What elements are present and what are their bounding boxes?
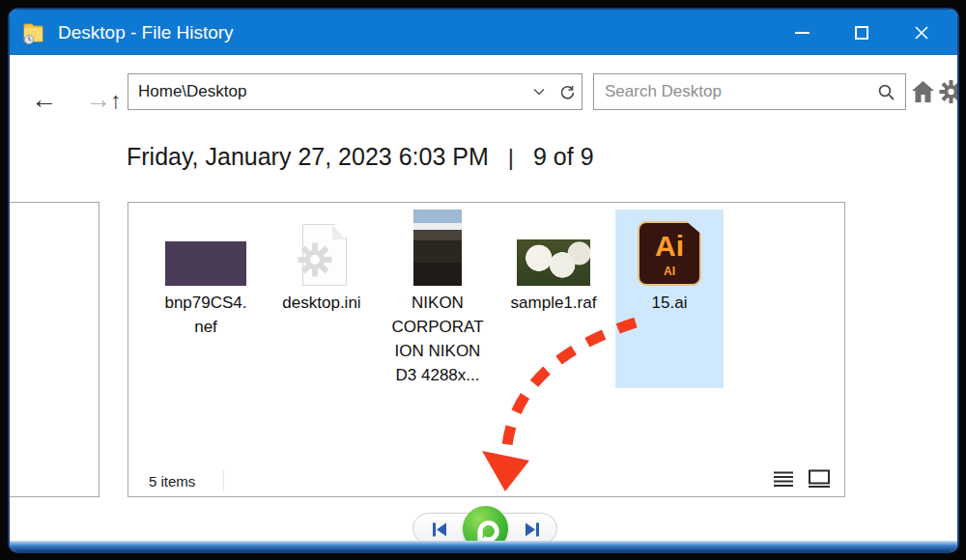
minimize-icon [795,32,810,34]
window-bottom-border [10,541,957,551]
file-list-panel: bnp79CS4. nef [128,202,845,497]
address-dropdown-button[interactable] [525,74,554,109]
file-name: NIKON CORPORAT ION NIKON D3 4288x... [391,291,483,388]
previous-version-panel[interactable] [8,202,99,497]
file-history-folder-icon [22,21,48,44]
file-item-desktop-ini[interactable]: desktop.ini [268,210,376,388]
file-item-bnp79CS4-nef[interactable]: bnp79CS4. nef [152,210,260,388]
ini-file-icon [297,224,347,286]
status-separator [223,470,224,491]
file-item-15-ai[interactable]: Ai AI 15.ai [615,210,724,388]
settings-button[interactable] [938,79,959,104]
title-bar[interactable]: Desktop - File History [10,10,957,55]
refresh-button[interactable] [554,73,582,110]
version-date: Friday, January 27, 2023 6:03 PM [127,143,489,171]
forward-button[interactable]: → [85,87,111,113]
gear-icon [938,79,959,104]
version-header: Friday, January 27, 2023 6:03 PM | 9 of … [127,143,594,171]
maximize-icon [855,26,868,40]
raw-photo-thumbnail [165,241,246,286]
list-view-icon [773,470,794,488]
file-item-sample1-raf[interactable]: sample1.raf [499,210,608,388]
flower-photo-thumbnail [517,239,590,286]
adobe-illustrator-icon: Ai AI [638,221,701,286]
file-name: sample1.raf [511,291,597,315]
file-name: 15.ai [652,291,688,315]
thumbnail-view-icon [808,469,831,489]
skip-previous-icon [430,521,449,538]
up-button[interactable]: ↑ [110,89,122,112]
home-icon [910,79,936,104]
version-position: 9 of 9 [533,143,594,171]
home-button[interactable] [910,79,936,104]
list-view-button[interactable] [773,470,794,488]
search-input[interactable] [594,82,877,101]
chevron-down-icon [533,88,545,96]
address-input[interactable] [128,82,525,101]
file-history-window: Desktop - File History ← → ↑ [8,8,959,553]
close-icon [914,25,929,41]
file-name: desktop.ini [282,291,360,315]
address-bar[interactable] [128,73,554,110]
previous-version-button[interactable] [427,519,452,539]
search-icon[interactable] [877,83,895,101]
minimize-button[interactable] [772,10,832,55]
file-name: bnp79CS4. nef [164,291,246,339]
close-button[interactable] [892,10,952,55]
header-separator: | [508,144,514,171]
maximize-button[interactable] [832,10,892,55]
thumbnail-view-button[interactable] [808,469,831,489]
file-items-row: bnp79CS4. nef [152,210,731,388]
file-item-nikon-photo[interactable]: NIKON CORPORAT ION NIKON D3 4288x... [384,210,492,388]
skip-next-icon [523,521,542,538]
ini-gear-icon [297,241,333,282]
window-title: Desktop - File History [58,22,234,43]
refresh-icon [559,84,576,100]
restore-icon [472,516,499,543]
search-box[interactable] [593,73,906,110]
item-count-label: 5 items [149,473,195,490]
back-button[interactable]: ← [31,87,57,113]
nikon-photo-thumbnail [413,210,462,286]
next-version-button[interactable] [520,519,545,539]
